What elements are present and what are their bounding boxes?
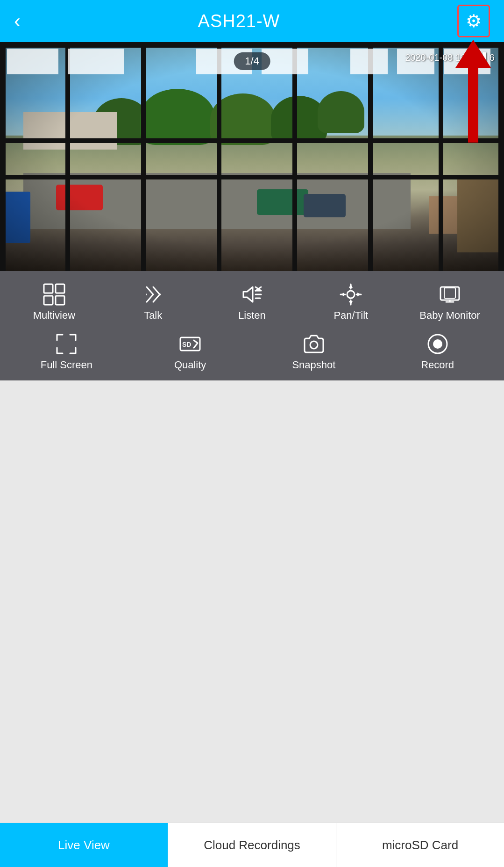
full-screen-icon xyxy=(55,333,78,355)
full-screen-label: Full Screen xyxy=(41,359,92,371)
svg-rect-1 xyxy=(56,284,64,293)
window-hbar-top xyxy=(0,42,504,48)
interior-shelf xyxy=(457,178,499,252)
listen-icon xyxy=(241,283,263,306)
talk-label: Talk xyxy=(144,309,162,322)
controls-row-1: Multiview Talk Listen xyxy=(0,279,504,325)
frame-counter-badge: 1/4 xyxy=(234,52,270,70)
quality-icon: SD xyxy=(179,333,201,355)
car-dark xyxy=(304,194,346,217)
window-vbar-6 xyxy=(439,42,443,271)
talk-button[interactable]: Talk xyxy=(111,279,195,325)
interior-object xyxy=(429,196,457,234)
baby-monitor-label: Baby Monitor xyxy=(419,309,480,322)
talk-icon xyxy=(142,283,164,306)
svg-text:SD: SD xyxy=(182,341,191,348)
record-icon xyxy=(426,333,449,355)
pan-tilt-label: Pan/Tilt xyxy=(334,309,368,322)
tree-2 xyxy=(140,89,215,145)
window-hbar-bot xyxy=(0,175,504,179)
svg-marker-19 xyxy=(357,293,361,296)
quality-label: Quality xyxy=(174,359,206,371)
window-vbar-3 xyxy=(217,42,221,271)
ceiling-light-2 xyxy=(68,49,124,74)
car-red xyxy=(56,185,103,210)
gear-icon: ⚙ xyxy=(466,11,482,31)
record-label: Record xyxy=(421,359,454,371)
window-frame-left xyxy=(0,42,6,271)
snapshot-button[interactable]: Snapshot xyxy=(272,329,356,375)
listen-label: Listen xyxy=(238,309,266,322)
controls-bar: Multiview Talk Listen xyxy=(0,271,504,380)
pan-tilt-button[interactable]: Pan/Tilt xyxy=(309,279,393,325)
car-green xyxy=(257,189,308,215)
window-vbar-4 xyxy=(292,42,297,271)
svg-rect-0 xyxy=(44,284,53,293)
listen-button[interactable]: Listen xyxy=(210,279,294,325)
svg-point-26 xyxy=(310,341,318,349)
tab-cloud-recordings[interactable]: Cloud Recordings xyxy=(168,823,336,867)
annotation-arrow xyxy=(455,40,491,143)
window-vbar-1 xyxy=(65,42,70,271)
multiview-label: Multiview xyxy=(33,309,75,322)
snapshot-label: Snapshot xyxy=(292,359,335,371)
full-screen-button[interactable]: Full Screen xyxy=(24,329,108,375)
quality-button[interactable]: SD Quality xyxy=(148,329,232,375)
snapshot-icon xyxy=(303,333,325,355)
blue-cart xyxy=(5,192,30,243)
window-hbar-mid xyxy=(0,138,504,143)
svg-rect-3 xyxy=(56,296,64,305)
svg-marker-17 xyxy=(349,301,353,305)
window-frame-right xyxy=(498,42,504,271)
svg-point-28 xyxy=(433,339,442,349)
tab-live-view[interactable]: Live View xyxy=(0,823,168,867)
window-vbar-2 xyxy=(141,42,146,271)
svg-point-11 xyxy=(347,291,355,298)
settings-button[interactable]: ⚙ xyxy=(457,5,490,37)
arrow-shaft xyxy=(468,68,478,143)
svg-marker-18 xyxy=(341,293,344,296)
controls-row-2: Full Screen SD Quality Snapshot xyxy=(0,329,504,375)
window-vbar-5 xyxy=(368,42,373,271)
record-button[interactable]: Record xyxy=(396,329,480,375)
app-header: ‹ ASH21-W ⚙ xyxy=(0,0,504,42)
multiview-icon xyxy=(43,283,65,306)
bottom-tab-bar: Live View Cloud Recordings microSD Card xyxy=(0,823,504,867)
back-button[interactable]: ‹ xyxy=(14,11,21,31)
svg-marker-16 xyxy=(349,284,353,288)
baby-monitor-icon xyxy=(439,283,461,306)
ceiling-light-1 xyxy=(7,49,58,74)
tab-microsd-card[interactable]: microSD Card xyxy=(336,823,504,867)
baby-monitor-button[interactable]: Baby Monitor xyxy=(408,279,492,325)
ceiling-light-5 xyxy=(350,49,388,74)
page-title: ASH21-W xyxy=(198,11,280,31)
tree-5 xyxy=(318,91,364,133)
svg-rect-2 xyxy=(44,296,53,305)
camera-feed[interactable]: 1/4 2020-01-08 12:4▌:▌6 xyxy=(0,42,504,271)
arrow-head xyxy=(455,40,491,68)
main-content-area xyxy=(0,380,504,848)
pan-tilt-icon xyxy=(340,283,362,306)
multiview-button[interactable]: Multiview xyxy=(12,279,96,325)
svg-rect-21 xyxy=(444,288,455,298)
